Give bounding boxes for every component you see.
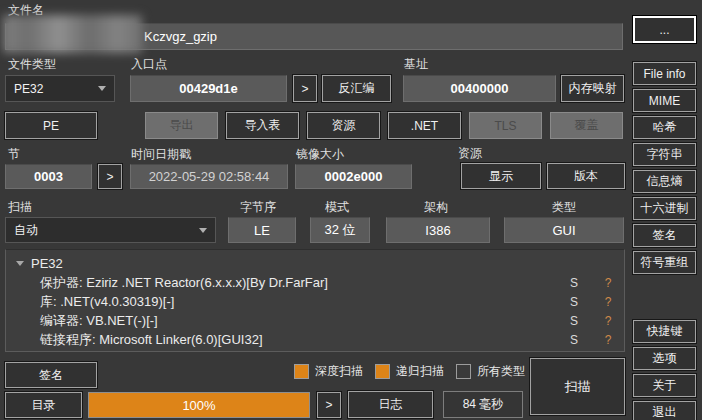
chevron-down-icon bbox=[98, 86, 106, 91]
resources-group-label: 资源 bbox=[458, 145, 482, 162]
sidebar-item-entropy[interactable]: 信息熵 bbox=[633, 170, 696, 193]
scan-options-group: 深度扫描 递归扫描 所有类型 bbox=[294, 362, 525, 381]
endianness-value: LE bbox=[228, 217, 296, 243]
sections-count[interactable]: 0003 bbox=[5, 164, 92, 189]
tree-root-label: PE32 bbox=[31, 256, 63, 271]
endianness-label: 字节序 bbox=[240, 199, 276, 216]
progress-more-button[interactable]: > bbox=[317, 392, 341, 418]
redacted-blur bbox=[3, 15, 142, 53]
checkbox-icon[interactable] bbox=[294, 364, 309, 379]
entry-point-label: 入口点 bbox=[131, 56, 167, 73]
scan-button[interactable]: 扫描 bbox=[530, 358, 625, 415]
signature-flag[interactable]: S bbox=[566, 295, 582, 309]
detection-text: 编译器: VB.NET(-)[-] bbox=[40, 312, 158, 330]
sidebar-item-file-info[interactable]: File info bbox=[633, 62, 696, 85]
scan-results-panel: PE32 保护器: Eziriz .NET Reactor(6.x.x.x)[B… bbox=[5, 249, 625, 352]
arch-label: 架构 bbox=[424, 199, 448, 216]
file-type-label: 文件类型 bbox=[8, 56, 56, 73]
sidebar-item-about[interactable]: 关于 bbox=[633, 374, 696, 397]
file-type-select[interactable]: PE32 bbox=[5, 75, 115, 102]
type-value: GUI bbox=[504, 217, 624, 243]
tree-root-row[interactable]: PE32 bbox=[6, 254, 624, 273]
detection-text: 链接程序: Microsoft Linker(6.0)[GUI32] bbox=[40, 331, 263, 349]
recursive-scan-checkbox[interactable]: 递归扫描 bbox=[375, 363, 444, 380]
file-type-value: PE32 bbox=[14, 82, 43, 96]
base-address-value[interactable]: 00400000 bbox=[403, 75, 556, 102]
resources-button[interactable]: 资源 bbox=[307, 112, 380, 139]
sections-label: 节 bbox=[8, 146, 20, 163]
progress-bar: 100% bbox=[88, 392, 310, 418]
sidebar-item-exit[interactable]: 退出 bbox=[633, 401, 696, 420]
detection-text: 保护器: Eziriz .NET Reactor(6.x.x.x)[By Dr.… bbox=[40, 274, 328, 292]
sections-more-button[interactable]: > bbox=[98, 164, 122, 189]
disassemble-button[interactable]: 反汇编 bbox=[322, 75, 391, 102]
scan-label: 扫描 bbox=[8, 199, 32, 216]
sidebar-item-hex[interactable]: 十六进制 bbox=[633, 197, 696, 220]
die-window: 文件名 Kczvgz_gzip ... 文件类型 PE32 入口点 00429d… bbox=[0, 0, 702, 420]
scan-method-select[interactable]: 自动 bbox=[5, 217, 216, 243]
deep-scan-checkbox[interactable]: 深度扫描 bbox=[294, 363, 363, 380]
image-size-value[interactable]: 0002e000 bbox=[295, 164, 412, 189]
resources-show-button[interactable]: 显示 bbox=[461, 163, 541, 189]
sidebar-item-mime[interactable]: MIME bbox=[633, 89, 696, 112]
deep-scan-label: 深度扫描 bbox=[315, 363, 363, 380]
arch-value: I386 bbox=[386, 217, 490, 243]
signature-flag[interactable]: S bbox=[566, 314, 582, 328]
sidebar-item-hash[interactable]: 哈希 bbox=[633, 116, 696, 139]
entry-point-more-button[interactable]: > bbox=[293, 75, 317, 102]
detection-row[interactable]: 库: .NET(v4.0.30319)[-] S ? bbox=[6, 292, 624, 311]
export-button: 导出 bbox=[145, 112, 218, 139]
sidebar-item-strings[interactable]: 字符串 bbox=[633, 143, 696, 166]
type-label: 类型 bbox=[552, 199, 576, 216]
resources-version-button[interactable]: 版本 bbox=[547, 163, 625, 189]
progress-value: 100% bbox=[182, 398, 215, 413]
signature-flag[interactable]: S bbox=[566, 333, 582, 347]
sidebar-item-demangle[interactable]: 符号重组 bbox=[633, 251, 696, 274]
signature-flag[interactable]: S bbox=[566, 276, 582, 290]
directory-button[interactable]: 目录 bbox=[5, 392, 82, 418]
browse-button[interactable]: ... bbox=[633, 16, 696, 43]
log-button[interactable]: 日志 bbox=[348, 391, 433, 418]
entry-point-value[interactable]: 00429d1e bbox=[130, 75, 287, 102]
sidebar-item-signatures[interactable]: 签名 bbox=[633, 224, 696, 247]
recursive-scan-label: 递归扫描 bbox=[396, 363, 444, 380]
question-flag[interactable]: ? bbox=[600, 276, 616, 290]
detection-row[interactable]: 编译器: VB.NET(-)[-] S ? bbox=[6, 311, 624, 330]
overlay-button: 覆盖 bbox=[550, 112, 623, 139]
checkbox-icon[interactable] bbox=[456, 364, 471, 379]
mode-value: 32 位 bbox=[310, 217, 370, 243]
filename-value: Kczvgz_gzip bbox=[144, 29, 217, 44]
pe-button[interactable]: PE bbox=[5, 112, 97, 139]
import-table-button[interactable]: 导入表 bbox=[226, 112, 299, 139]
chevron-down-icon bbox=[199, 228, 207, 233]
mode-label: 模式 bbox=[325, 199, 349, 216]
question-flag[interactable]: ? bbox=[600, 333, 616, 347]
detection-row[interactable]: 保护器: Eziriz .NET Reactor(6.x.x.x)[By Dr.… bbox=[6, 273, 624, 292]
all-types-label: 所有类型 bbox=[477, 363, 525, 380]
timestamp-label: 时间日期戳 bbox=[131, 146, 191, 163]
dotnet-button[interactable]: .NET bbox=[388, 112, 461, 139]
signatures-button[interactable]: 签名 bbox=[5, 362, 97, 388]
collapse-triangle-icon[interactable] bbox=[16, 261, 24, 266]
scan-method-value: 自动 bbox=[14, 222, 38, 239]
image-size-label: 镜像大小 bbox=[296, 146, 344, 163]
tls-button: TLS bbox=[469, 112, 542, 139]
base-address-label: 基址 bbox=[404, 56, 428, 73]
detection-row[interactable]: 链接程序: Microsoft Linker(6.0)[GUI32] S ? bbox=[6, 330, 624, 349]
sidebar-item-options[interactable]: 选项 bbox=[633, 347, 696, 370]
sidebar-item-shortcuts[interactable]: 快捷键 bbox=[633, 320, 696, 343]
memory-map-button[interactable]: 内存映射 bbox=[561, 75, 624, 102]
timestamp-value: 2022-05-29 02:58:44 bbox=[130, 164, 288, 189]
question-flag[interactable]: ? bbox=[600, 295, 616, 309]
question-flag[interactable]: ? bbox=[600, 314, 616, 328]
elapsed-time: 84 毫秒 bbox=[443, 391, 523, 418]
checkbox-icon[interactable] bbox=[375, 364, 390, 379]
all-types-checkbox[interactable]: 所有类型 bbox=[456, 363, 525, 380]
detection-text: 库: .NET(v4.0.30319)[-] bbox=[40, 293, 174, 311]
